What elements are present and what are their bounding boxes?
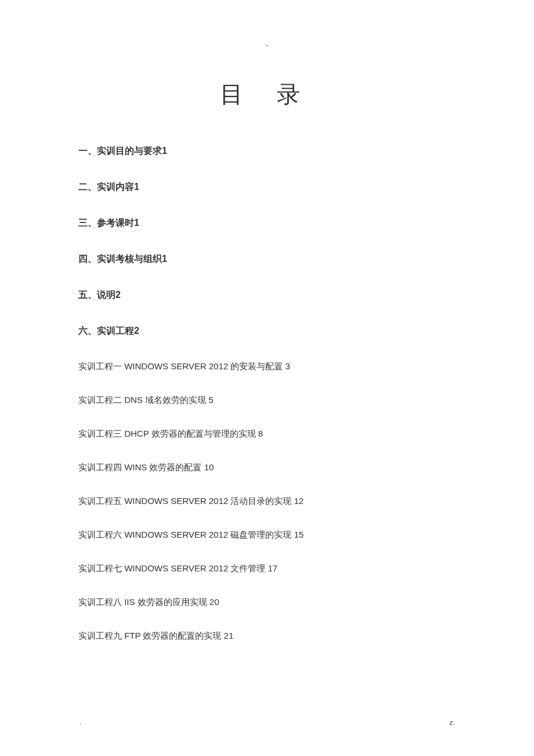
toc-sub-prefix: 实训工程五: [78, 496, 122, 506]
toc-main-page: 1: [134, 218, 139, 228]
toc-main-page: 1: [162, 146, 167, 156]
toc-sub-item: 实训工程二 DNS 域名效劳的实现 5: [78, 395, 456, 406]
toc-sub-item: 实训工程四 WINS 效劳器的配置 10: [78, 462, 456, 473]
toc-main-text: 六、实训工程: [78, 326, 134, 336]
toc-sub-item: 实训工程七 WINDOWS SERVER 2012 文件管理 17: [78, 563, 456, 574]
toc-sub-title: WINDOWS SERVER 2012 活动目录的实现: [122, 496, 291, 506]
toc-sub-title: DHCP 效劳器的配置与管理的实现: [122, 429, 256, 438]
toc-main-item: 二、实训内容1: [78, 181, 456, 193]
toc-sub-page: 8: [258, 429, 263, 438]
toc-title: 目 录: [78, 78, 456, 110]
footer-left: .: [80, 719, 81, 726]
header-mark: -: [78, 41, 456, 49]
toc-main-text: 五、说明: [78, 290, 116, 300]
page-footer: . z.: [0, 719, 534, 726]
toc-main-text: 三、参考课时: [78, 218, 134, 228]
toc-main-item: 三、参考课时1: [78, 217, 456, 229]
toc-sub-title: WINDOWS SERVER 2012 文件管理: [122, 563, 265, 573]
toc-main-text: 一、实训目的与要求: [78, 146, 162, 156]
toc-sub-page: 17: [268, 563, 277, 573]
toc-sub-item: 实训工程九 FTP 效劳器的配置的实现 21: [78, 631, 456, 642]
document-page: - 目 录 一、实训目的与要求1 二、实训内容1 三、参考课时1 四、实训考核与…: [0, 0, 534, 687]
toc-sub-prefix: 实训工程八: [78, 597, 122, 607]
toc-sub-prefix: 实训工程四: [78, 462, 122, 472]
toc-sub-item: 实训工程六 WINDOWS SERVER 2012 磁盘管理的实现 15: [78, 530, 456, 541]
toc-sub-prefix: 实训工程三: [78, 429, 122, 438]
toc-sub-page: 3: [285, 361, 290, 371]
toc-sub-page: 12: [294, 496, 304, 506]
toc-sub-page: 5: [208, 395, 213, 405]
toc-sub-title: WINDOWS SERVER 2012 磁盘管理的实现: [122, 530, 291, 539]
toc-main-item: 四、实训考核与组织1: [78, 253, 456, 265]
toc-sub-title: DNS 域名效劳的实现: [122, 395, 206, 405]
footer-right: z.: [449, 719, 454, 726]
toc-sub-prefix: 实训工程九: [78, 631, 122, 640]
toc-main-item: 一、实训目的与要求1: [78, 145, 456, 157]
toc-sub-item: 实训工程一 WINDOWS SERVER 2012 的安装与配置 3: [78, 361, 456, 372]
toc-sub-page: 15: [294, 530, 304, 539]
toc-main-item: 五、说明2: [78, 289, 456, 301]
toc-sub-prefix: 实训工程二: [78, 395, 122, 405]
toc-sub-page: 20: [210, 597, 219, 607]
toc-sub-title: WINS 效劳器的配置: [122, 462, 202, 472]
toc-sub-item: 实训工程五 WINDOWS SERVER 2012 活动目录的实现 12: [78, 496, 456, 507]
toc-sub-prefix: 实训工程七: [78, 563, 122, 573]
toc-sub-item: 实训工程八 IIS 效劳器的应用实现 20: [78, 597, 456, 608]
toc-main-page: 2: [116, 290, 121, 300]
toc-sub-item: 实训工程三 DHCP 效劳器的配置与管理的实现 8: [78, 429, 456, 440]
toc-sub-title: IIS 效劳器的应用实现: [122, 597, 207, 607]
toc-main-page: 1: [134, 182, 139, 192]
toc-sub-title: FTP 效劳器的配置的实现: [122, 631, 221, 640]
toc-sub-page: 10: [204, 462, 214, 472]
toc-main-page: 1: [162, 254, 167, 264]
toc-sub-prefix: 实训工程一: [78, 361, 122, 371]
toc-sub-prefix: 实训工程六: [78, 530, 122, 539]
toc-main-item: 六、实训工程2: [78, 325, 456, 337]
toc-sub-title: WINDOWS SERVER 2012 的安装与配置: [122, 361, 283, 371]
toc-sub-page: 21: [224, 631, 234, 640]
toc-main-text: 四、实训考核与组织: [78, 254, 162, 264]
toc-main-page: 2: [134, 326, 139, 336]
toc-main-text: 二、实训内容: [78, 182, 134, 192]
